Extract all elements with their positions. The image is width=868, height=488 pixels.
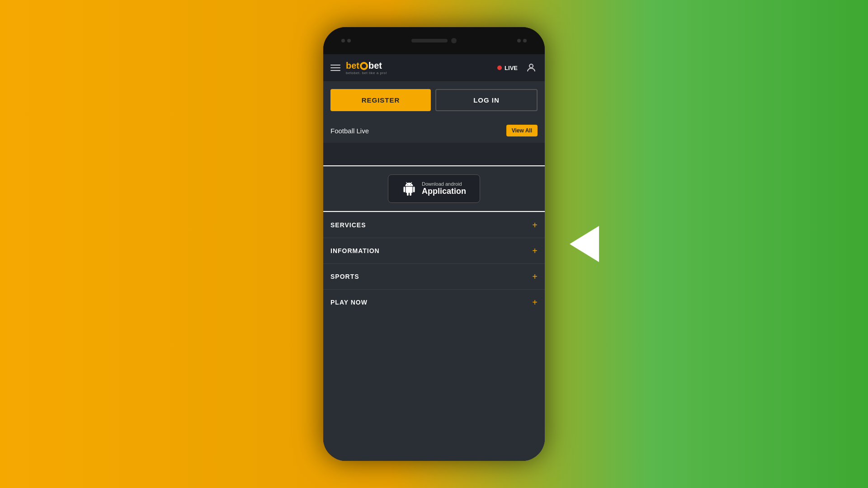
menu-playnow-plus-icon: + [532, 298, 538, 307]
login-button[interactable]: LOG IN [435, 89, 538, 111]
download-small-text: Download android [422, 181, 462, 187]
menu-services-plus-icon: + [532, 221, 538, 230]
logo-bet-before: bet [346, 61, 359, 71]
phone-camera [451, 38, 457, 43]
menu-item-sports[interactable]: SPORTS + [323, 263, 545, 289]
hamburger-icon[interactable] [330, 65, 340, 71]
menu-item-information[interactable]: INFORMATION + [323, 238, 545, 263]
football-live-title: Football Live [330, 127, 369, 135]
live-indicator: LIVE [497, 65, 518, 71]
hamburger-line-1 [330, 65, 340, 66]
android-icon [402, 182, 416, 196]
phone-dot-4 [523, 39, 527, 42]
live-dot-icon [497, 66, 502, 70]
phone-screen: bet bet betobet. bet like a pro! LIVE [323, 54, 545, 461]
phone-dot-2 [347, 39, 351, 42]
download-android-button[interactable]: Download android Application [388, 174, 480, 203]
menu-item-services-label: SERVICES [330, 221, 366, 229]
app-header: bet bet betobet. bet like a pro! LIVE [323, 54, 545, 82]
logo-bet-after: bet [368, 61, 382, 71]
hamburger-line-2 [330, 67, 340, 68]
logo-ball-inner [362, 64, 366, 68]
menu-item-playnow[interactable]: PLAY NOW + [323, 289, 545, 315]
menu-item-services[interactable]: SERVICES + [323, 212, 545, 238]
menu-information-plus-icon: + [532, 246, 538, 255]
download-section: Download android Application [323, 165, 545, 212]
phone-notch [411, 38, 457, 43]
phone-sensors-left [341, 39, 351, 42]
phone-speaker [411, 39, 448, 42]
phone-dot-1 [341, 39, 345, 42]
download-large-text: Application [422, 187, 466, 196]
download-text-container: Download android Application [422, 181, 466, 196]
phone-hardware-bar [323, 27, 545, 54]
menu-sports-plus-icon: + [532, 272, 538, 281]
right-arrow-icon [570, 226, 599, 262]
logo-text: bet bet [346, 61, 382, 71]
phone-wrapper: bet bet betobet. bet like a pro! LIVE [323, 27, 545, 461]
auth-buttons-container: REGISTER LOG IN [323, 82, 545, 118]
header-right: LIVE [497, 61, 538, 74]
logo-ball-icon [360, 62, 368, 70]
phone-frame: bet bet betobet. bet like a pro! LIVE [323, 27, 545, 461]
football-live-section: Football Live View All [323, 118, 545, 143]
logo-area: bet bet betobet. bet like a pro! [346, 61, 387, 75]
logo-tagline: betobet. bet like a pro! [346, 71, 387, 75]
phone-dot-3 [517, 39, 521, 42]
view-all-button[interactable]: View All [506, 125, 538, 136]
menu-item-sports-label: SPORTS [330, 273, 359, 280]
live-label: LIVE [505, 65, 518, 71]
phone-sensors-right [517, 39, 527, 42]
register-button[interactable]: REGISTER [330, 89, 431, 111]
hamburger-line-3 [330, 70, 340, 71]
header-left: bet bet betobet. bet like a pro! [330, 61, 387, 75]
menu-item-information-label: INFORMATION [330, 247, 380, 254]
svg-point-0 [529, 64, 533, 68]
menu-section: SERVICES + INFORMATION + SPORTS + PLAY N… [323, 212, 545, 315]
content-band [323, 143, 545, 165]
user-icon[interactable] [525, 61, 538, 74]
menu-item-playnow-label: PLAY NOW [330, 299, 368, 306]
